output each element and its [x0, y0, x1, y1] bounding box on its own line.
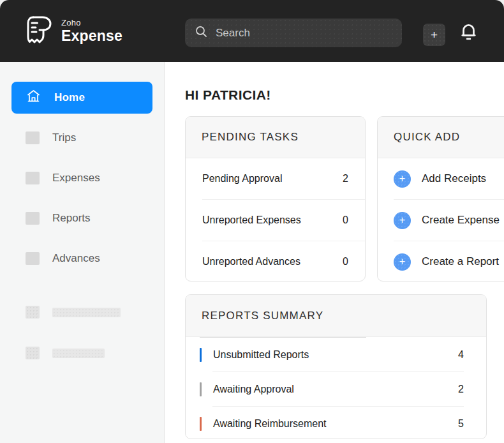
expenses-placeholder-icon [26, 172, 40, 184]
create-report-item[interactable]: + Create a Report [394, 241, 504, 282]
content-area: Home Trips Expenses Reports Advances [0, 62, 504, 443]
add-receipts-item[interactable]: + Add Receipts [394, 158, 504, 199]
sidebar-item-advances[interactable]: Advances [11, 243, 152, 274]
brand-small: Zoho [61, 19, 122, 27]
awaiting-reimbursement-row[interactable]: Awaiting Reimbursement 5 [200, 407, 464, 439]
brand-text: Zoho Expense [61, 19, 122, 43]
sidebar-item-label: Trips [52, 131, 76, 144]
pending-tasks-card: PENDING TASKS Pending Approval 2 Unrepor… [185, 116, 366, 282]
trips-placeholder-icon [26, 131, 40, 144]
unreported-expenses-row[interactable]: Unreported Expenses 0 [202, 200, 365, 241]
plus-circle-icon: + [394, 253, 411, 271]
search-input[interactable] [216, 27, 392, 40]
sidebar-item-label: Expenses [52, 172, 100, 184]
plus-circle-icon: + [394, 212, 411, 229]
status-color-bar [200, 417, 202, 431]
pending-tasks-title: PENDING TASKS [186, 117, 365, 158]
greeting-heading: HI PATRICIA! [185, 87, 504, 103]
row-label: Unreported Advances [202, 256, 300, 267]
row-label: Unreported Expenses [202, 214, 301, 226]
row-value: 0 [343, 214, 348, 226]
row-value: 2 [458, 384, 464, 395]
sidebar-item-home[interactable]: Home [11, 82, 152, 114]
brand-large: Expense [61, 29, 122, 43]
sidebar: Home Trips Expenses Reports Advances [0, 62, 165, 443]
quick-add-label: Create a Report [422, 255, 499, 268]
row-label: Unsubmitted Reports [213, 349, 458, 361]
reports-placeholder-icon [26, 212, 40, 225]
row-label: Awaiting Approval [213, 384, 458, 395]
unsubmitted-reports-row[interactable]: Unsubmitted Reports 4 [200, 338, 464, 372]
create-expense-item[interactable]: + Create Expense [394, 200, 504, 241]
row-label: Pending Approval [202, 173, 282, 184]
skeleton-icon [26, 347, 40, 359]
home-icon [26, 89, 41, 107]
top-cards-row: PENDING TASKS Pending Approval 2 Unrepor… [185, 116, 504, 282]
app-window: Zoho Expense + [0, 0, 504, 443]
search-icon [195, 25, 208, 41]
sidebar-item-trips[interactable]: Trips [11, 122, 152, 154]
sidebar-item-reports[interactable]: Reports [11, 202, 152, 234]
sidebar-skeleton-item[interactable] [11, 296, 152, 328]
row-value: 5 [458, 418, 464, 430]
plus-circle-icon: + [394, 170, 411, 188]
search-bar[interactable] [185, 19, 402, 47]
dashboard-main: HI PATRICIA! PENDING TASKS Pending Appro… [165, 62, 504, 443]
quick-add-card: QUICK ADD + Add Receipts + Create Expens… [377, 116, 504, 282]
quick-create-button[interactable]: + [423, 24, 445, 46]
zoho-expense-logo[interactable]: Zoho Expense [24, 14, 122, 49]
reports-summary-card: REPORTS SUMMARY Unsubmitted Reports 4 Aw… [185, 294, 487, 439]
unreported-advances-row[interactable]: Unreported Advances 0 [202, 241, 365, 282]
reports-summary-title: REPORTS SUMMARY [186, 295, 486, 337]
quick-add-label: Add Receipts [422, 172, 486, 185]
row-value: 2 [343, 173, 348, 184]
status-color-bar [200, 348, 202, 362]
row-label: Awaiting Reimbursement [213, 418, 458, 430]
skeleton-icon [26, 306, 40, 319]
awaiting-approval-row[interactable]: Awaiting Approval 2 [200, 372, 464, 406]
row-value: 4 [458, 349, 464, 361]
top-bar: Zoho Expense + [0, 0, 504, 62]
quick-add-title: QUICK ADD [378, 117, 504, 158]
row-value: 0 [343, 256, 348, 267]
receipt-icon [24, 14, 54, 49]
skeleton-bar [52, 349, 105, 358]
sidebar-item-label: Reports [52, 212, 91, 225]
notifications-bell-icon[interactable] [458, 21, 479, 45]
skeleton-bar [52, 308, 121, 317]
sidebar-item-label: Home [54, 91, 85, 104]
status-color-bar [200, 382, 202, 396]
advances-placeholder-icon [26, 252, 40, 265]
quick-add-label: Create Expense [422, 214, 500, 227]
pending-approval-row[interactable]: Pending Approval 2 [202, 158, 365, 199]
sidebar-item-expenses[interactable]: Expenses [11, 162, 152, 194]
sidebar-item-label: Advances [52, 252, 100, 265]
sidebar-skeleton-item[interactable] [11, 337, 152, 369]
